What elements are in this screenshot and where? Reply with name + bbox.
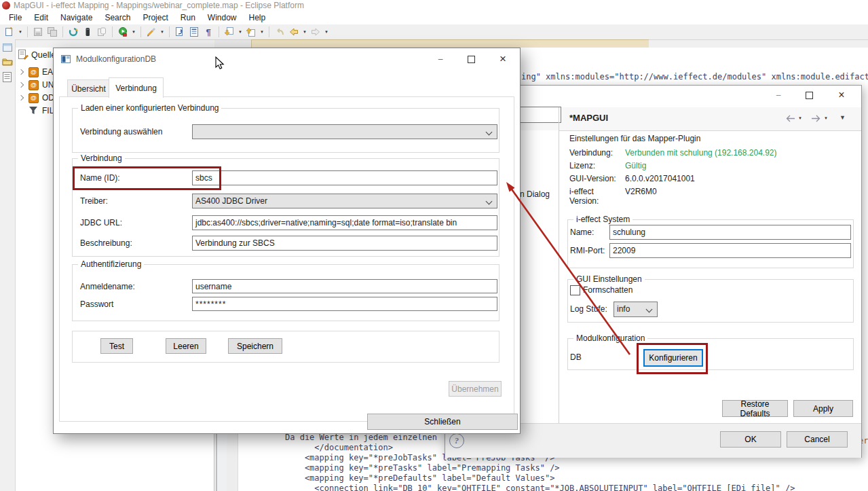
minimize-button[interactable]: – — [768, 88, 789, 103]
minimize-button[interactable]: – — [429, 52, 452, 67]
export-caret-icon[interactable]: ▼ — [259, 30, 265, 34]
cancel-button[interactable]: Cancel — [787, 431, 848, 448]
rmi-port-label: RMI-Port: — [570, 246, 605, 255]
run-config-caret-icon[interactable]: ▼ — [131, 30, 136, 34]
password-input[interactable]: ******** — [192, 297, 497, 311]
editor-line: Da die Werte in jedem einzelnen — [285, 433, 437, 442]
info-row-connection: Verbindung: Verbunden mit schulung (192.… — [569, 148, 777, 158]
maximize-button[interactable] — [459, 52, 483, 67]
editor-line: </documentation> — [285, 443, 393, 452]
system-name-label: Name: — [570, 228, 594, 237]
menu-project[interactable]: Project — [136, 12, 174, 24]
module-config-group: Modulkonfiguration — [567, 338, 854, 370]
maximize-button[interactable] — [798, 88, 820, 103]
menu-navigate[interactable]: Navigate — [54, 12, 98, 24]
new-wizard-caret-icon[interactable]: ▼ — [18, 30, 23, 34]
highlighter-icon[interactable] — [145, 26, 157, 38]
refresh-icon[interactable] — [67, 26, 79, 38]
server-icon[interactable] — [81, 26, 94, 38]
back-caret-icon[interactable]: ▼ — [302, 30, 307, 34]
save-button[interactable]: Speichern — [228, 338, 282, 354]
tab-uebersicht[interactable]: Übersicht — [67, 79, 110, 98]
app-logo-icon — [2, 1, 10, 10]
help-icon[interactable]: ? — [449, 433, 464, 448]
import-caret-icon[interactable]: ▼ — [238, 30, 243, 34]
info-label: GUI-Version: — [569, 174, 625, 183]
import-icon[interactable] — [223, 26, 235, 38]
clear-button[interactable]: Leeren — [166, 338, 206, 354]
menu-file[interactable]: File — [3, 12, 28, 24]
close-button[interactable]: × — [491, 52, 514, 67]
new-wizard-icon[interactable] — [3, 26, 16, 38]
gui-version-value: 6.0.0.v2017041001 — [625, 174, 695, 183]
menu-help[interactable]: Help — [243, 12, 272, 24]
select-connection-dropdown[interactable] — [192, 124, 497, 139]
format-icon: @ — [29, 67, 39, 77]
highlight-box-name-id — [73, 166, 221, 190]
name-id-input[interactable]: sbcs — [192, 170, 497, 185]
show-outline-icon[interactable] — [188, 26, 200, 38]
save-icon[interactable] — [32, 26, 44, 38]
history-back-caret-icon[interactable]: ▼ — [797, 116, 803, 120]
load-connection-group-label: Laden einer konfigurierten Verbindung — [78, 103, 221, 113]
formschatten-label: Formschatten — [583, 285, 633, 295]
forward-icon[interactable] — [309, 26, 322, 38]
menu-run[interactable]: Run — [174, 12, 202, 24]
view-menu-icon[interactable]: ▼ — [839, 114, 846, 121]
duplicate-icon[interactable] — [96, 26, 108, 38]
test-button[interactable]: Test — [100, 338, 133, 354]
apply-button[interactable]: Apply — [793, 400, 853, 417]
dialog-titlebar[interactable]: ModulkonfigurationDB – × — [54, 48, 520, 71]
left-rail — [0, 39, 16, 491]
format-icon: @ — [29, 80, 39, 90]
tab-verbindung[interactable]: Verbindung — [109, 77, 164, 98]
description-input[interactable]: Verbindung zur SBCS — [192, 236, 497, 251]
close-button[interactable]: × — [831, 88, 852, 103]
left-pane-text-fragment: n Dialog — [520, 189, 550, 199]
apply-button-disabled: Übernehmen — [449, 381, 502, 397]
menu-bar: File Edit Navigate Search Project Run Wi… — [0, 11, 868, 24]
app-titlebar: MapGUI - i-effect Mapping - Mappings/web… — [0, 0, 868, 11]
system-name-input[interactable]: schulung — [609, 225, 851, 240]
last-edit-location-icon[interactable] — [273, 26, 286, 38]
history-forward-caret-icon[interactable]: ▼ — [823, 116, 829, 120]
document-icon[interactable] — [3, 72, 12, 82]
restore-defaults-button[interactable]: Restore Defaults — [722, 400, 788, 417]
connection-group-label: Verbindung — [78, 153, 125, 163]
menu-window[interactable]: Window — [202, 12, 243, 24]
history-back-icon[interactable] — [785, 113, 796, 124]
highlight-box-konfigurieren — [637, 343, 708, 374]
menu-search[interactable]: Search — [98, 12, 136, 24]
export-icon[interactable] — [245, 26, 257, 38]
log-level-select[interactable]: info — [614, 302, 658, 317]
save-all-icon[interactable] — [46, 26, 58, 38]
info-label: Lizenz: — [569, 161, 625, 170]
editor-line: <mapping key="*preDefaults" label="Defau… — [285, 473, 554, 483]
pane-divider — [559, 107, 559, 423]
expand-chevron-icon — [18, 95, 24, 101]
dialog-actions-box — [72, 331, 499, 363]
highlighter-caret-icon[interactable]: ▼ — [159, 30, 165, 34]
close-dialog-button[interactable]: Schließen — [367, 414, 518, 430]
restore-view-icon[interactable] — [3, 43, 12, 52]
menu-edit[interactable]: Edit — [28, 12, 54, 24]
history-forward-icon[interactable] — [810, 113, 822, 124]
rmi-port-input[interactable]: 22009 — [609, 243, 851, 258]
formschatten-checkbox[interactable] — [570, 285, 580, 295]
driver-dropdown[interactable]: AS400 JDBC Driver — [192, 194, 497, 208]
app-title: MapGUI - i-effect Mapping - Mappings/web… — [14, 1, 304, 10]
show-paragraph-icon[interactable]: ¶ — [202, 26, 214, 38]
goto-mapping-icon[interactable] — [174, 26, 186, 38]
filter-input-fragment[interactable] — [518, 107, 561, 123]
username-input[interactable]: username — [192, 279, 497, 293]
info-row-license: Lizenz: Gültig — [569, 161, 646, 170]
log-level-label: Log Stufe: — [570, 304, 607, 314]
run-config-icon[interactable] — [117, 26, 129, 38]
select-connection-label: Verbindung auswählen — [80, 127, 162, 137]
jdbc-url-input[interactable]: jdbc:as400://sbcs;driver=native;naming=s… — [192, 215, 497, 230]
back-icon[interactable] — [288, 26, 300, 38]
open-folder-icon[interactable] — [2, 57, 13, 66]
info-row-gui-version: GUI-Version: 6.0.0.v2017041001 — [569, 174, 695, 183]
ok-button[interactable]: OK — [720, 431, 781, 448]
forward-caret-icon[interactable]: ▼ — [324, 30, 329, 34]
